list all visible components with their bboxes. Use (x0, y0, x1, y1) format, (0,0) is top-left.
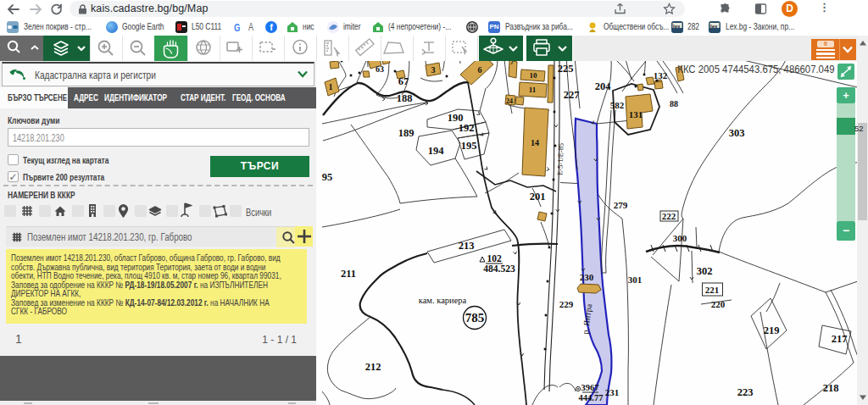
svg-text:225: 225 (558, 63, 574, 75)
svg-text:279: 279 (614, 200, 628, 210)
svg-text:229: 229 (559, 299, 574, 309)
svg-text:222: 222 (662, 211, 676, 221)
svg-text:227: 227 (564, 89, 580, 101)
svg-text:211: 211 (341, 268, 356, 280)
svg-text:кам. кариера: кам. кариера (419, 296, 467, 305)
svg-text:95: 95 (322, 171, 333, 183)
svg-text:189: 189 (398, 127, 415, 139)
svg-text:444.77: 444.77 (579, 393, 604, 402)
svg-text:3967: 3967 (581, 383, 599, 392)
svg-text:785: 785 (465, 311, 485, 325)
svg-text:132: 132 (654, 70, 668, 80)
svg-text:3: 3 (431, 65, 436, 75)
svg-text:221: 221 (705, 285, 720, 295)
svg-text:102: 102 (487, 253, 502, 264)
svg-text:11: 11 (529, 86, 537, 94)
svg-text:582: 582 (610, 100, 625, 110)
svg-text:201: 201 (530, 191, 546, 202)
svg-text:301: 301 (628, 275, 643, 285)
svg-text:213: 213 (459, 240, 475, 252)
svg-text:67: 67 (398, 75, 409, 87)
svg-text:lex: lex (710, 24, 718, 29)
svg-text:6: 6 (478, 65, 482, 75)
svg-text:24: 24 (506, 97, 513, 105)
svg-text:14: 14 (531, 138, 539, 147)
svg-text:230: 230 (580, 272, 594, 282)
svg-text:88: 88 (670, 99, 678, 108)
svg-text:195: 195 (461, 140, 477, 152)
svg-text:484.523: 484.523 (483, 264, 515, 274)
svg-text:188: 188 (397, 92, 413, 104)
svg-text:220: 220 (711, 299, 726, 309)
svg-text:217: 217 (832, 333, 848, 345)
svg-text:212: 212 (365, 361, 381, 373)
svg-text:131: 131 (629, 109, 643, 119)
svg-text:303: 303 (729, 127, 745, 139)
svg-text:194: 194 (428, 145, 445, 157)
svg-text:300: 300 (673, 233, 687, 243)
svg-text:10: 10 (530, 71, 538, 80)
svg-text:204: 204 (595, 80, 612, 92)
svg-text:231: 231 (605, 387, 620, 397)
svg-text:1: 1 (329, 82, 333, 92)
svg-text:lex: lex (673, 24, 681, 29)
svg-text:219: 219 (764, 325, 780, 336)
svg-text:218: 218 (823, 382, 839, 394)
svg-text:223: 223 (737, 386, 754, 398)
svg-text:192: 192 (459, 122, 475, 134)
svg-text:Е-5-1/Е-85: Е-5-1/Е-85 (555, 143, 565, 176)
svg-text:302: 302 (697, 265, 713, 277)
svg-text:63: 63 (376, 64, 384, 74)
